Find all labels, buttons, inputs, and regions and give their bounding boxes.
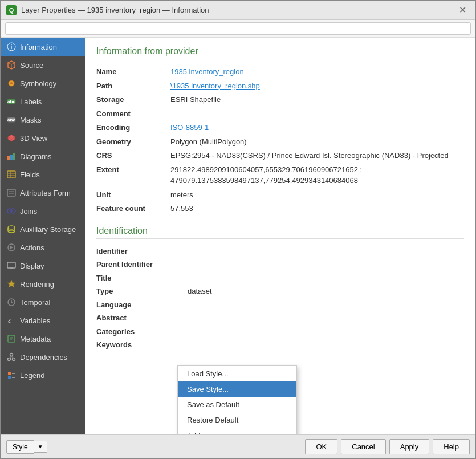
menu-item-add[interactable]: Add... <box>178 428 296 434</box>
restore-default-label: Restore Default <box>187 416 238 424</box>
sidebar-item-masks[interactable]: abc Masks <box>1 111 85 129</box>
main-window: Q Layer Properties — 1935 inventory_regi… <box>0 0 476 459</box>
svg-point-22 <box>8 226 15 229</box>
sidebar-item-legend[interactable]: Legend <box>1 366 85 384</box>
path-label: Path <box>96 80 170 92</box>
symbology-icon <box>6 78 17 88</box>
cancel-label: Cancel <box>352 442 375 451</box>
crs-label: CRS <box>96 150 170 161</box>
svg-text:ε: ε <box>8 316 11 324</box>
sidebar-label-dependencies: Dependencies <box>20 353 67 361</box>
categories-label: Categories <box>96 326 188 338</box>
svg-text:abc: abc <box>7 99 15 104</box>
sidebar-item-joins[interactable]: Joins <box>1 202 85 220</box>
help-label: Help <box>444 442 459 451</box>
app-icon: Q <box>6 5 17 15</box>
masks-icon: abc <box>6 115 17 125</box>
title-label: Title <box>96 273 188 284</box>
sidebar-item-dependencies[interactable]: Dependencies <box>1 348 85 366</box>
sidebar-item-metadata[interactable]: Metadata <box>1 330 85 348</box>
sidebar-label-symbology: Symbology <box>20 79 56 88</box>
sidebar-item-fields[interactable]: Fields <box>1 165 85 184</box>
sidebar-item-source[interactable]: Source <box>1 56 85 74</box>
storage-label: Storage <box>96 94 170 105</box>
sidebar-label-legend: Legend <box>20 371 44 380</box>
sidebar-item-variables[interactable]: ε Variables <box>1 311 85 330</box>
sidebar-item-labels[interactable]: abc Labels <box>1 92 85 111</box>
sidebar-label-masks: Masks <box>20 116 42 124</box>
id-row-type: Type dataset <box>96 286 464 297</box>
menu-item-save-as-default[interactable]: Save as Default <box>178 397 296 412</box>
apply-button[interactable]: Apply <box>389 439 430 454</box>
svg-rect-24 <box>7 262 15 268</box>
menu-item-load-style[interactable]: Load Style... <box>178 366 296 381</box>
id-row-identifier: Identifier <box>96 246 464 257</box>
ok-button[interactable]: OK <box>305 439 337 454</box>
id-row-categories: Categories <box>96 326 464 338</box>
sidebar-item-3dview[interactable]: 3D View <box>1 129 85 147</box>
geometry-label: Geometry <box>96 136 170 148</box>
sidebar-item-attributes-form[interactable]: Attributes Form <box>1 184 85 202</box>
sidebar-label-labels: Labels <box>20 98 42 106</box>
encoding-label: Encoding <box>96 122 170 133</box>
search-input[interactable] <box>5 22 471 35</box>
svg-rect-41 <box>8 376 11 379</box>
sidebar-item-display[interactable]: Display <box>1 257 85 275</box>
type-label: Type <box>96 286 188 297</box>
svg-point-35 <box>10 354 13 356</box>
display-icon <box>6 261 17 271</box>
path-value[interactable]: \1935 inventory_region.shp <box>170 80 464 92</box>
extent-label: Extent <box>96 164 170 186</box>
feature-count-value: 57,553 <box>170 203 464 214</box>
sidebar-item-actions[interactable]: Actions <box>1 238 85 257</box>
source-icon <box>6 60 17 70</box>
sidebar-item-auxiliary-storage[interactable]: Auxiliary Storage <box>1 220 85 238</box>
content-area: Information from provider Name 1935 inve… <box>85 38 475 434</box>
sidebar-item-information[interactable]: i Information <box>1 38 85 56</box>
svg-point-21 <box>11 209 15 213</box>
menu-item-restore-default[interactable]: Restore Default <box>178 412 296 428</box>
labels-icon: abc <box>6 96 17 107</box>
sidebar-label-joins: Joins <box>20 207 37 216</box>
sidebar: i Information Source <box>1 38 85 434</box>
fields-icon <box>6 169 17 180</box>
auxiliary-storage-icon <box>6 224 17 234</box>
joins-icon <box>6 206 17 216</box>
temporal-icon <box>6 297 17 307</box>
actions-icon <box>6 242 17 253</box>
svg-rect-13 <box>7 171 15 178</box>
style-label: Style <box>13 443 28 451</box>
search-bar <box>1 20 475 38</box>
info-row-feature-count: Feature count 57,553 <box>96 203 464 214</box>
menu-item-save-style[interactable]: Save Style... <box>178 381 296 397</box>
sidebar-label-variables: Variables <box>20 316 50 325</box>
metadata-icon <box>6 334 17 344</box>
id-row-abstract: Abstract <box>96 312 464 324</box>
help-button[interactable]: Help <box>433 439 470 454</box>
3dview-icon <box>6 133 17 143</box>
close-button[interactable]: ✕ <box>455 3 470 17</box>
svg-point-37 <box>13 358 15 361</box>
bottom-bar: Style ▼ OK Cancel Apply Help <box>1 434 475 458</box>
diagrams-icon <box>6 151 17 161</box>
svg-rect-17 <box>7 189 15 196</box>
load-style-label: Load Style... <box>187 369 228 378</box>
svg-rect-10 <box>7 156 10 160</box>
info-table: Name 1935 inventory_region Path \1935 in… <box>96 66 464 214</box>
style-arrow-button[interactable]: ▼ <box>34 441 47 453</box>
sidebar-label-temporal: Temporal <box>20 298 50 307</box>
sidebar-item-temporal[interactable]: Temporal <box>1 293 85 311</box>
style-button[interactable]: Style <box>6 440 34 454</box>
sidebar-item-symbology[interactable]: Symbology <box>1 74 85 92</box>
encoding-value: ISO-8859-1 <box>170 122 464 133</box>
legend-icon <box>6 370 17 380</box>
sidebar-item-diagrams[interactable]: Diagrams <box>1 147 85 165</box>
name-value: 1935 inventory_region <box>170 66 464 78</box>
info-row-path: Path \1935 inventory_region.shp <box>96 80 464 92</box>
cancel-button[interactable]: Cancel <box>341 439 385 454</box>
comment-value <box>170 108 464 120</box>
extent-value: 291822.4989209100604057,655329.706196090… <box>170 164 464 186</box>
sidebar-item-rendering[interactable]: Rendering <box>1 275 85 293</box>
section-title-information: Information from provider <box>96 46 464 59</box>
sidebar-label-auxiliary-storage: Auxiliary Storage <box>20 225 76 234</box>
